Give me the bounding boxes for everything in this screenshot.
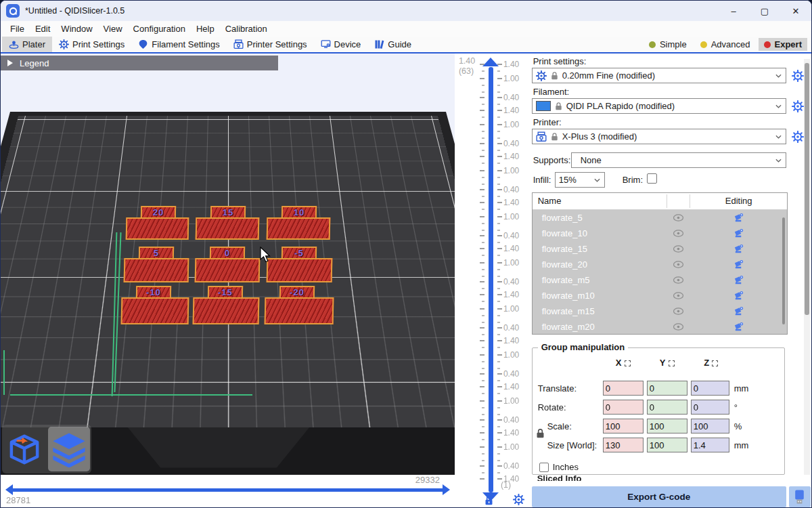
calibration-tile[interactable] — [193, 297, 260, 324]
edit-settings-icon[interactable] — [734, 228, 744, 238]
translate-z-input[interactable] — [691, 381, 729, 396]
list-item[interactable]: flowrate_5 — [533, 210, 787, 226]
layer-height-label: 1.40 — [503, 244, 519, 253]
world-coords-icon[interactable] — [712, 360, 718, 366]
tab-device[interactable]: Device — [314, 37, 368, 52]
eye-icon[interactable] — [673, 245, 684, 253]
rotate-y-input[interactable] — [647, 400, 687, 415]
layer-slider-upper-thumb[interactable] — [482, 58, 499, 66]
tab-filament-settings[interactable]: Filament Settings — [131, 37, 226, 52]
tile-flow-value: 20 — [153, 207, 164, 217]
rotate-z-input[interactable] — [691, 400, 729, 415]
lock-open-icon[interactable] — [484, 495, 493, 506]
filament-settings-gear-icon[interactable] — [792, 100, 804, 112]
calibration-tile[interactable] — [121, 297, 189, 324]
export-to-usb-button[interactable] — [789, 486, 811, 507]
layer-slider-bar[interactable] — [489, 67, 493, 492]
list-item[interactable]: flowrate_10 — [533, 226, 787, 241]
tab-guide[interactable]: Guide — [367, 37, 418, 52]
calibration-tile[interactable] — [195, 258, 261, 282]
eye-icon[interactable] — [673, 261, 684, 268]
moves-slider[interactable] — [13, 488, 443, 492]
mode-simple[interactable]: Simple — [644, 38, 692, 51]
list-item[interactable]: flowrate_15 — [533, 241, 787, 257]
menu-window[interactable]: Window — [55, 22, 97, 35]
eye-icon[interactable] — [673, 292, 684, 299]
size-x-input[interactable] — [603, 438, 644, 452]
layer-height-label: 1.00 — [503, 74, 519, 83]
menu-calibration[interactable]: Calibration — [220, 22, 273, 35]
world-coords-icon[interactable] — [669, 360, 675, 366]
layer-tick — [480, 419, 484, 421]
list-item[interactable]: flowrate_m10 — [533, 288, 787, 303]
translate-x-input[interactable] — [603, 381, 644, 396]
menu-help[interactable]: Help — [191, 22, 220, 35]
world-coords-icon[interactable] — [625, 360, 631, 366]
edit-settings-icon[interactable] — [734, 244, 744, 254]
tab-print-settings[interactable]: Print Settings — [52, 37, 131, 52]
mode-advanced[interactable]: Advanced — [695, 38, 756, 51]
list-item[interactable]: flowrate_m20 — [533, 319, 787, 335]
calibration-tile[interactable] — [267, 217, 331, 240]
inches-checkbox[interactable] — [539, 463, 549, 472]
scale-x-input[interactable] — [603, 419, 644, 433]
tab-plater[interactable]: Plater — [2, 37, 52, 52]
layer-tick — [482, 414, 484, 415]
eye-icon[interactable] — [673, 308, 684, 315]
close-button[interactable]: ✕ — [780, 1, 811, 21]
menu-view[interactable]: View — [98, 22, 128, 35]
eye-icon[interactable] — [673, 230, 684, 237]
list-item[interactable]: flowrate_m5 — [533, 272, 787, 288]
uniform-scale-lock-icon[interactable] — [536, 428, 545, 439]
brim-checkbox[interactable] — [647, 173, 657, 184]
layer-tick — [482, 117, 484, 118]
calibration-tile[interactable] — [267, 258, 333, 282]
slider-settings-gear-icon[interactable] — [513, 494, 524, 505]
export-gcode-button[interactable]: Export G-code — [532, 486, 786, 507]
menu-edit[interactable]: Edit — [30, 22, 55, 35]
sidebar-scrollbar[interactable] — [804, 59, 810, 475]
rotate-x-input[interactable] — [603, 400, 644, 415]
calibration-tile[interactable] — [126, 217, 189, 240]
edit-settings-icon[interactable] — [734, 259, 744, 270]
edit-settings-icon[interactable] — [734, 306, 744, 316]
eye-icon[interactable] — [673, 214, 684, 221]
printer-preset-combo[interactable]: X-Plus 3 (modified) — [532, 129, 786, 144]
edit-settings-icon[interactable] — [734, 213, 744, 223]
size-z-input[interactable] — [691, 438, 729, 452]
infill-select[interactable]: 15% — [555, 172, 605, 188]
editor-view-button[interactable] — [3, 427, 45, 471]
calibration-tile[interactable] — [265, 297, 334, 324]
list-item[interactable]: flowrate_m15 — [533, 303, 787, 319]
preview-view-button[interactable] — [48, 427, 90, 471]
printer-settings-gear-icon[interactable] — [792, 131, 804, 143]
minimize-button[interactable]: – — [718, 1, 749, 21]
layer-slider-bottom-count: (1) — [501, 480, 511, 490]
menu-configuration[interactable]: Configuration — [128, 22, 191, 35]
calibration-tile[interactable] — [196, 217, 260, 240]
legend-collapsed-bar[interactable]: Legend — [1, 56, 278, 70]
edit-settings-icon[interactable] — [734, 291, 744, 301]
3d-viewport[interactable]: 20151050-5-10-15-20 Legend 29332 28781 — [1, 54, 455, 508]
maximize-button[interactable]: ▢ — [749, 1, 780, 21]
supports-select[interactable]: None — [571, 152, 786, 168]
calibration-tile[interactable] — [124, 258, 189, 282]
scale-y-input[interactable] — [647, 419, 687, 433]
scale-z-input[interactable] — [691, 419, 729, 433]
list-item[interactable]: flowrate_20 — [533, 257, 787, 272]
size-y-input[interactable] — [647, 438, 687, 452]
eye-icon[interactable] — [673, 323, 684, 331]
edit-settings-icon[interactable] — [734, 322, 744, 332]
translate-y-input[interactable] — [647, 381, 687, 396]
eye-icon[interactable] — [673, 276, 684, 284]
mode-expert[interactable]: Expert — [759, 38, 807, 51]
menu-file[interactable]: File — [5, 22, 30, 35]
layer-tick — [480, 281, 484, 282]
filament-preset-combo[interactable]: QIDI PLA Rapido (modified) — [532, 98, 786, 114]
edit-settings-icon[interactable] — [734, 275, 744, 285]
object-list-scrollbar[interactable] — [782, 217, 785, 324]
print-settings-gear-icon[interactable] — [792, 70, 804, 82]
tab-printer-settings[interactable]: Printer Settings — [227, 37, 314, 52]
print-preset-combo[interactable]: 0.20mm Fine (modified) — [532, 68, 786, 83]
sidebar-scrollbar-thumb[interactable] — [805, 63, 809, 315]
